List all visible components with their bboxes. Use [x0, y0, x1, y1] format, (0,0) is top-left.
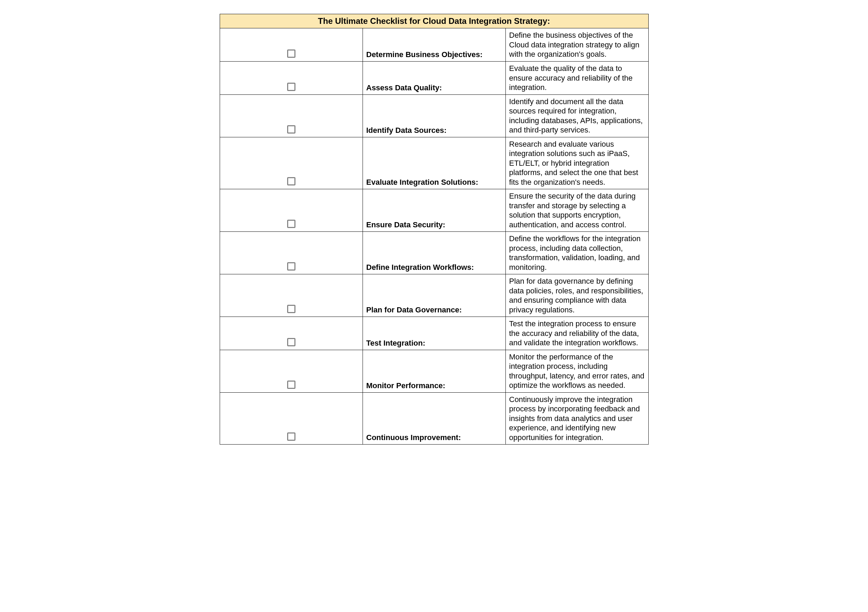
row-description: Define the business objectives of the Cl… — [505, 28, 648, 62]
row-title: Identify Data Sources: — [363, 95, 505, 137]
checkbox-icon[interactable] — [287, 83, 296, 91]
row-description: Continuously improve the integration pro… — [505, 392, 648, 445]
checkbox-icon[interactable] — [287, 220, 296, 228]
checkbox-cell — [220, 189, 363, 232]
row-title: Evaluate Integration Solutions: — [363, 137, 505, 189]
checkbox-icon[interactable] — [287, 338, 296, 346]
header-row: The Ultimate Checklist for Cloud Data In… — [220, 14, 648, 28]
checkbox-cell — [220, 61, 363, 95]
checkbox-cell — [220, 350, 363, 392]
row-description: Ensure the security of the data during t… — [505, 189, 648, 232]
checkbox-icon[interactable] — [287, 50, 296, 58]
page-title: The Ultimate Checklist for Cloud Data In… — [220, 14, 648, 28]
checklist-row: Ensure Data Security: Ensure the securit… — [220, 189, 648, 232]
checkbox-cell — [220, 392, 363, 445]
checklist-row: Evaluate Integration Solutions: Research… — [220, 137, 648, 189]
checklist-row: Define Integration Workflows: Define the… — [220, 232, 648, 274]
checkbox-icon[interactable] — [287, 125, 296, 133]
row-description: Monitor the performance of the integrati… — [505, 350, 648, 392]
row-title: Continuous Improvement: — [363, 392, 505, 445]
checklist-table: The Ultimate Checklist for Cloud Data In… — [220, 14, 649, 445]
checkbox-cell — [220, 232, 363, 274]
checkbox-cell — [220, 137, 363, 189]
checklist-row: Monitor Performance: Monitor the perform… — [220, 350, 648, 392]
checkbox-icon[interactable] — [287, 262, 296, 271]
row-title: Plan for Data Governance: — [363, 274, 505, 317]
checkbox-cell — [220, 28, 363, 62]
checklist-row: Assess Data Quality: Evaluate the qualit… — [220, 61, 648, 95]
row-title: Assess Data Quality: — [363, 61, 505, 95]
row-description: Evaluate the quality of the data to ensu… — [505, 61, 648, 95]
checklist-row: Test Integration: Test the integration p… — [220, 317, 648, 350]
row-description: Define the workflows for the integration… — [505, 232, 648, 274]
checkbox-icon[interactable] — [287, 305, 296, 313]
row-title: Define Integration Workflows: — [363, 232, 505, 274]
checkbox-cell — [220, 317, 363, 350]
checklist-row: Identify Data Sources: Identify and docu… — [220, 95, 648, 137]
row-description: Test the integration process to ensure t… — [505, 317, 648, 350]
row-title: Test Integration: — [363, 317, 505, 350]
row-description: Plan for data governance by defining dat… — [505, 274, 648, 317]
checkbox-icon[interactable] — [287, 432, 296, 441]
checklist-body: Determine Business Objectives: Define th… — [220, 28, 648, 445]
checklist-row: Continuous Improvement: Continuously imp… — [220, 392, 648, 445]
checklist-row: Plan for Data Governance: Plan for data … — [220, 274, 648, 317]
checkbox-icon[interactable] — [287, 177, 296, 186]
checkbox-icon[interactable] — [287, 381, 296, 389]
row-title: Monitor Performance: — [363, 350, 505, 392]
checkbox-cell — [220, 95, 363, 137]
row-description: Research and evaluate various integratio… — [505, 137, 648, 189]
row-description: Identify and document all the data sourc… — [505, 95, 648, 137]
row-title: Ensure Data Security: — [363, 189, 505, 232]
checklist-row: Determine Business Objectives: Define th… — [220, 28, 648, 62]
checkbox-cell — [220, 274, 363, 317]
row-title: Determine Business Objectives: — [363, 28, 505, 62]
